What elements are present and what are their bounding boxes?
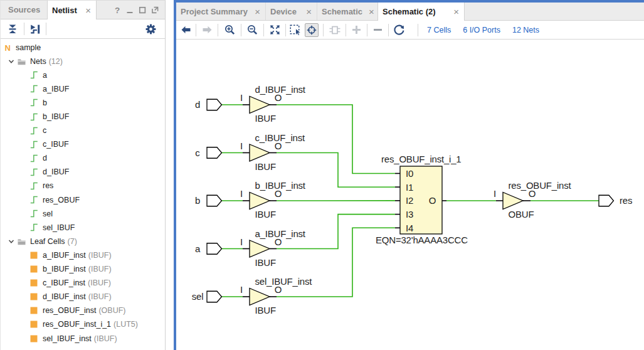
help-icon[interactable]: ? [111,3,124,17]
tree-item-res[interactable]: res [1,179,165,193]
collapse-all-icon[interactable] [1,21,24,37]
tree-item-sel[interactable]: sel [1,207,165,221]
zoom-out-icon[interactable] [241,22,263,38]
buffer-type-label: OBUF [509,209,534,220]
buffer-b_IBUF_inst[interactable] [250,193,270,209]
collapse-minus-icon[interactable] [367,22,388,38]
autofit-selection-icon[interactable] [324,22,346,38]
tree-item-res-obuf[interactable]: res_OBUF [1,193,165,207]
svg-text:N: N [5,43,11,52]
tree-item-label: a_IBUF [43,85,69,93]
zoom-in-icon[interactable] [218,22,241,38]
net-icon [30,209,43,218]
tree-item-sample[interactable]: Nsample [1,41,165,55]
tree-item-count: (IBUF) [88,265,112,273]
tree-item-b-ibuf-inst[interactable]: b_IBUF_inst(IBUF) [1,262,165,276]
tree-item-count: (IBUF) [88,251,112,260]
back-arrow-icon[interactable] [176,22,196,38]
tree-item-a-ibuf-inst[interactable]: a_IBUF_inst(IBUF) [1,248,165,262]
port-a[interactable] [207,243,222,255]
tab-schematic-2-[interactable]: Schematic (2)× [377,3,465,21]
tree-item-count: (IBUF) [88,278,111,287]
pin-label-i: I [240,236,243,247]
zoom-to-selection-icon[interactable] [286,22,305,38]
expand-plus-icon[interactable] [346,22,367,38]
lut-pin-label: I1 [406,182,413,193]
cell-icon [30,335,43,342]
stat-link-6-i-o-ports[interactable]: 6 I/O Ports [463,26,500,34]
buffer-sel_IBUF_inst[interactable] [250,289,270,305]
tree-item-label: sel_IBUF_inst [43,334,92,343]
tab-close-icon[interactable]: × [248,7,260,16]
port-d[interactable] [207,99,222,110]
cell-icon [30,265,43,273]
buffer-res_OBUF_inst[interactable] [503,193,523,209]
tree-item-c[interactable]: c [1,124,165,137]
toolbar-separator [46,23,46,35]
chevron-down-icon[interactable] [8,58,14,65]
net-icon [30,85,43,93]
tree-item-label: sel_IBUF [43,223,75,232]
cell-icon [30,307,43,314]
tree-item-label: res_OBUF_inst_i_1 [43,320,111,329]
forward-arrow-icon[interactable] [196,22,218,38]
port-res[interactable] [599,195,614,206]
schematic-canvas[interactable]: dIOd_IBUF_instIBUFcIOc_IBUF_instIBUFbIOb… [176,40,644,350]
float-icon[interactable] [149,3,161,17]
tab-device[interactable]: Device× [266,3,317,20]
tab-close-icon[interactable]: × [300,7,312,16]
tab-close-icon[interactable]: × [447,7,459,16]
maximize-icon[interactable] [136,3,149,17]
settings-gear-icon[interactable] [142,21,161,37]
buffer-c_IBUF_inst[interactable] [250,144,270,161]
locate-selected-icon[interactable] [305,23,319,37]
tab-close-icon[interactable]: × [362,7,374,16]
netlist-icon: N [4,43,16,52]
tree-item-c-ibuf[interactable]: c_IBUF [1,137,165,151]
tree-item-c-ibuf-inst[interactable]: c_IBUF_inst(IBUF) [1,276,165,290]
refresh-icon[interactable] [389,22,409,38]
net-icon [30,196,43,204]
instance-label-res_OBUF_inst: res_OBUF_inst [509,180,572,191]
instance-label-a_IBUF_inst: a_IBUF_inst [255,228,306,239]
minimize-icon[interactable] [124,3,136,17]
cell-icon [30,293,43,300]
instance-label-d_IBUF_inst: d_IBUF_inst [255,84,306,95]
tree-item-a-ibuf[interactable]: a_IBUF [1,82,165,96]
buffer-d_IBUF_inst[interactable] [250,97,270,114]
buffer-a_IBUF_inst[interactable] [250,240,270,257]
tree-item-label: c [43,126,46,135]
tree-item-label: b_IBUF_inst [43,265,86,273]
tree-item-d-ibuf[interactable]: d_IBUF [1,165,165,179]
tree-item-d[interactable]: d [1,151,165,165]
tree-item-d-ibuf-inst[interactable]: d_IBUF_inst(IBUF) [1,290,165,304]
port-sel[interactable] [207,291,222,302]
schematic-drawing: dIOd_IBUF_instIBUFcIOc_IBUF_instIBUFbIOb… [176,40,644,350]
tree-item-b-ibuf[interactable]: b_IBUF [1,110,165,124]
tree-item-sel-ibuf-inst[interactable]: sel_IBUF_inst(IBUF) [1,331,165,345]
port-c[interactable] [207,147,222,159]
tab-schematic[interactable]: Schematic× [317,3,377,20]
tree-item-label: Leaf Cells [30,237,65,246]
stat-link-7-cells[interactable]: 7 Cells [427,26,451,34]
scroll-to-selected-icon[interactable] [24,21,46,37]
tree-item-leaf-cells[interactable]: Leaf Cells(7) [1,235,165,248]
tab-netlist[interactable]: Netlist× [47,1,97,19]
tree-item-count: (12) [49,57,63,66]
tree-item-a[interactable]: a [1,68,165,82]
tree-item-res-obuf-inst-i-1[interactable]: res_OBUF_inst_i_1(LUT5) [1,317,165,331]
tree-item-count: (IBUF) [88,292,112,301]
tab-close-icon[interactable]: × [79,6,91,15]
tree-item-label: res [43,181,53,190]
tab-sources[interactable]: Sources [1,1,47,19]
zoom-fit-icon[interactable] [264,22,285,38]
tree-item-nets[interactable]: Nets(12) [1,55,165,68]
port-b[interactable] [207,195,222,206]
tab-project-summary[interactable]: Project Summary× [176,3,266,20]
tree-item-sel-ibuf[interactable]: sel_IBUF [1,221,165,235]
tab-label: Schematic (2) [383,7,436,16]
tree-item-res-obuf-inst[interactable]: res_OBUF_inst(OBUF) [1,304,165,317]
tree-item-b[interactable]: b [1,96,165,110]
stat-link-12-nets[interactable]: 12 Nets [512,26,539,34]
chevron-down-icon[interactable] [8,238,14,245]
